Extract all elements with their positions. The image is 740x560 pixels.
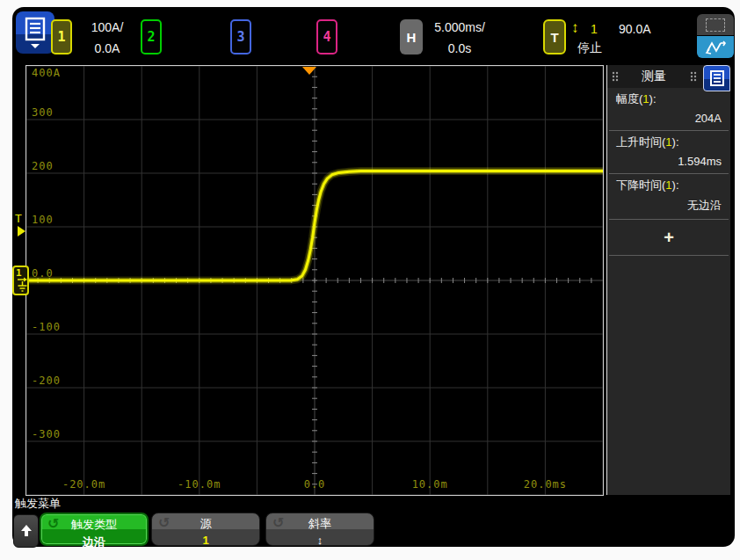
- x-axis-label: -10.0m: [178, 478, 221, 491]
- y-axis-label: -100: [32, 321, 61, 333]
- x-axis-label: 10.0m: [412, 478, 448, 491]
- selection-rect-icon: [706, 18, 725, 32]
- oscilloscope-screen: 1 100A/ 0.0A 2 3 4 H 5.000ms/ 0.0s T ↕ 1…: [12, 7, 735, 547]
- y-axis-label: -200: [32, 375, 61, 387]
- measurement-value: 无边沿: [616, 198, 722, 214]
- pan-waveform-icon: [704, 40, 727, 55]
- trigger-level-marker[interactable]: [18, 226, 25, 236]
- menu-document-icon: [709, 69, 725, 87]
- horizontal-readout: 5.000ms/ 0.0s: [424, 19, 496, 62]
- y-axis-label: 200: [32, 160, 54, 172]
- channel-4-button[interactable]: 4: [316, 19, 337, 55]
- measurement-row-amplitude: 幅度(1): 204A: [609, 88, 729, 131]
- rotate-knob-icon: ↺: [158, 514, 170, 531]
- measurement-value: 204A: [616, 112, 722, 125]
- measurement-panel: 测量 幅度(1): 204A 上升时间(1): 1.594ms 下降时间(1):…: [606, 65, 730, 495]
- y-axis-label: -300: [32, 428, 61, 440]
- y-axis-label: 300: [32, 106, 54, 119]
- trigger-level-label: T: [15, 212, 22, 225]
- horizontal-button[interactable]: H: [400, 19, 423, 55]
- add-measurement-button[interactable]: +: [609, 220, 729, 256]
- measurement-row-fall-time: 下降时间(1): 无边沿: [609, 174, 729, 220]
- channel-1-offset: 0.0A: [76, 40, 139, 62]
- y-axis-label: 100: [32, 214, 54, 226]
- trigger-slope-icon: ↕: [571, 20, 579, 36]
- timebase-delay: 0.0s: [424, 40, 496, 62]
- acquisition-status: 停止: [577, 40, 602, 56]
- measurement-panel-title: 测量: [607, 69, 700, 84]
- x-axis-label: 0.0: [304, 478, 326, 491]
- ground-symbol-icon: [17, 277, 28, 293]
- channel-1-readout: 100A/ 0.0A: [76, 19, 139, 62]
- softkey-menu-title: 触发菜单: [15, 496, 61, 512]
- softkey-trigger-slope[interactable]: ↺ 斜率 ↕: [265, 513, 374, 546]
- softkey-trigger-source[interactable]: ↺ 源 1: [151, 513, 260, 546]
- measurement-value: 1.594ms: [616, 155, 722, 168]
- panel-menu-button[interactable]: [703, 65, 730, 91]
- channel-2-button[interactable]: 2: [141, 19, 162, 55]
- back-button[interactable]: [13, 514, 39, 548]
- waveform-pan-tool-button[interactable]: [697, 36, 734, 58]
- rotate-knob-icon: ↺: [272, 514, 284, 531]
- drag-grip-icon: [690, 71, 697, 82]
- channel-1-scale: 100A/: [76, 19, 139, 40]
- menu-document-icon: [24, 17, 47, 48]
- up-arrow-icon: [19, 524, 33, 538]
- trigger-level-readout: 90.0A: [619, 22, 651, 36]
- softkey-trigger-type[interactable]: ↺ 触发类型 边沿: [40, 513, 149, 546]
- channel-1-waveform: [26, 66, 603, 495]
- measurement-row-rise-time: 上升时间(1): 1.594ms: [609, 131, 729, 174]
- y-axis-label: 0.0: [32, 267, 54, 280]
- time-reference-marker[interactable]: [302, 67, 316, 75]
- channel-1-ground-marker[interactable]: 1: [12, 265, 29, 295]
- trigger-button[interactable]: T: [543, 19, 566, 55]
- y-axis-label: 400A: [32, 67, 61, 79]
- channel-1-button[interactable]: 1: [51, 19, 72, 55]
- trigger-source: 1: [591, 22, 598, 36]
- x-axis-label: -20.0m: [62, 478, 105, 491]
- rotate-knob-icon: ↺: [47, 515, 59, 532]
- region-select-tool-button[interactable]: [697, 14, 734, 35]
- waveform-display: 400A3002001000.0-100-200-300 -20.0m-10.0…: [25, 65, 604, 496]
- timebase-scale: 5.000ms/: [424, 19, 496, 40]
- main-menu-button[interactable]: [16, 11, 54, 54]
- channel-3-button[interactable]: 3: [230, 19, 251, 55]
- x-axis-label: 20.0ms: [524, 478, 567, 491]
